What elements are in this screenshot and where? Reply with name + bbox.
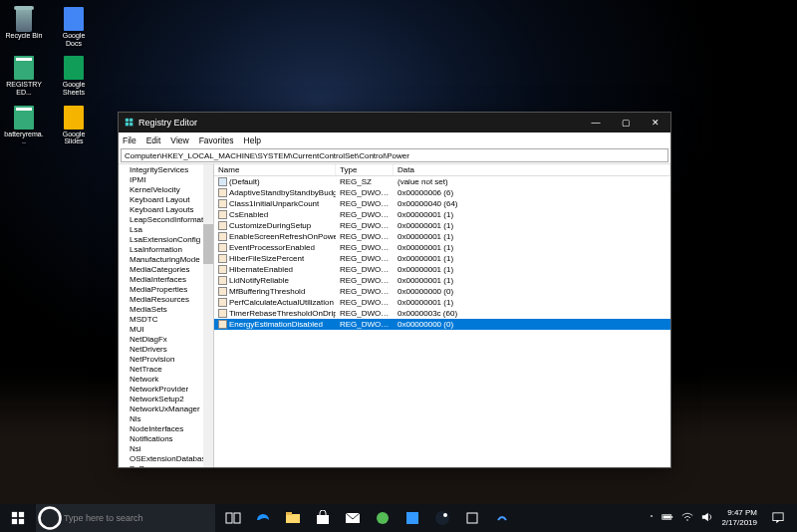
- tree-item[interactable]: NetworkProvider: [121, 385, 213, 395]
- steam-icon[interactable]: [428, 504, 456, 532]
- mail-icon[interactable]: [339, 504, 367, 532]
- value-name: EventProcessorEnabled: [229, 242, 315, 253]
- store-icon[interactable]: [309, 504, 337, 532]
- app-icon-3[interactable]: [458, 504, 486, 532]
- tree-item[interactable]: Nls: [121, 414, 213, 424]
- menu-favorites[interactable]: Favorites: [199, 135, 234, 145]
- clock[interactable]: 9:47 PM 2/17/2019: [721, 508, 757, 528]
- svg-rect-7: [19, 519, 24, 524]
- svg-rect-3: [130, 123, 133, 126]
- search-box[interactable]: Type here to search: [36, 504, 215, 532]
- menu-help[interactable]: Help: [244, 135, 261, 145]
- tree-panel[interactable]: IntegrityServicesIPMIKernelVelocityKeybo…: [119, 164, 214, 467]
- close-button[interactable]: ✕: [641, 113, 670, 133]
- list-row[interactable]: Class1InitialUnparkCountREG_DWORD0x00000…: [214, 198, 670, 209]
- volume-icon[interactable]: [701, 511, 713, 525]
- tree-item[interactable]: NetDrivers: [121, 345, 213, 355]
- menu-view[interactable]: View: [170, 135, 188, 145]
- app-icon-4[interactable]: [488, 504, 516, 532]
- regedit-icon: [125, 118, 134, 128]
- tree-item[interactable]: Nsi: [121, 444, 213, 454]
- list-row[interactable]: AdaptiveStandbyStandbyBudgetAvgInter...R…: [214, 187, 670, 198]
- address-bar[interactable]: Computer\HKEY_LOCAL_MACHINE\SYSTEM\Curre…: [121, 148, 668, 162]
- menu-file[interactable]: File: [123, 135, 136, 145]
- tree-item[interactable]: IPMI: [121, 175, 213, 185]
- tree-item[interactable]: NetProvision: [121, 355, 213, 365]
- list-row[interactable]: CsEnabledREG_DWORD0x00000001 (1): [214, 209, 670, 220]
- tree-item[interactable]: MediaInterfaces: [121, 275, 213, 285]
- app-icon-1[interactable]: [369, 504, 397, 532]
- start-button[interactable]: [0, 504, 36, 532]
- tree-scrollbar-thumb[interactable]: [203, 224, 213, 264]
- desktop-icon[interactable]: batteryrema...: [4, 105, 44, 145]
- tree-item[interactable]: MediaSets: [121, 305, 213, 315]
- titlebar[interactable]: Registry Editor — ▢ ✕: [119, 113, 670, 133]
- list-row[interactable]: TimerRebaseThresholdOnDripsExitREG_DWORD…: [214, 308, 670, 319]
- desktop-icon[interactable]: Google Docs: [54, 6, 94, 47]
- list-header[interactable]: Name Type Data: [214, 164, 670, 176]
- file-explorer-icon[interactable]: [279, 504, 307, 532]
- tree-item[interactable]: MSDTC: [121, 315, 213, 325]
- list-row[interactable]: HiberFileSizePercentREG_DWORD0x00000001 …: [214, 253, 670, 264]
- list-row[interactable]: CustomizeDuringSetupREG_DWORD0x00000001 …: [214, 220, 670, 231]
- txt-icon: [14, 56, 34, 80]
- desktop-icon[interactable]: REGISTRYED...: [4, 55, 44, 96]
- tree-item[interactable]: MUI: [121, 325, 213, 335]
- tray-overflow-icon[interactable]: ˄: [650, 514, 654, 523]
- tree-item[interactable]: LsaInformation: [121, 245, 213, 255]
- app-icon-2[interactable]: [398, 504, 426, 532]
- value-type: REG_DWORD: [336, 231, 394, 242]
- list-row[interactable]: EnableScreenRefreshOnPowerButtonLon...RE…: [214, 231, 670, 242]
- tree-scrollbar-track[interactable]: [203, 164, 213, 467]
- value-data: 0x00000001 (1): [394, 275, 670, 286]
- registry-editor-window: Registry Editor — ▢ ✕ FileEditViewFavori…: [118, 112, 671, 468]
- value-data: 0x00000001 (1): [394, 231, 670, 242]
- tree-item[interactable]: IntegrityServices: [121, 165, 213, 175]
- list-row[interactable]: PerfCalculateActualUtilizationREG_DWORD0…: [214, 297, 670, 308]
- dword-value-icon: [218, 320, 227, 329]
- tree-item[interactable]: PnP: [121, 464, 213, 467]
- list-row[interactable]: MfBufferingThresholdREG_DWORD0x00000000 …: [214, 286, 670, 297]
- list-row[interactable]: EventProcessorEnabledREG_DWORD0x00000001…: [214, 242, 670, 253]
- list-row[interactable]: EnergyEstimationDisabledREG_DWORD0x00000…: [214, 319, 670, 330]
- bin-icon: [12, 6, 36, 32]
- desktop-icon[interactable]: Google Slides: [54, 105, 94, 145]
- tree-item[interactable]: Network: [121, 375, 213, 385]
- menu-edit[interactable]: Edit: [146, 135, 161, 145]
- tree-item[interactable]: NodeInterfaces: [121, 424, 213, 434]
- tree-item[interactable]: LsaExtensionConfig: [121, 235, 213, 245]
- tree-item[interactable]: ManufacturingMode: [121, 255, 213, 265]
- list-row[interactable]: (Default)REG_SZ(value not set): [214, 176, 670, 187]
- tree-item[interactable]: KernelVelocity: [121, 185, 213, 195]
- tree-item[interactable]: Lsa: [121, 225, 213, 235]
- tree-item[interactable]: MediaProperties: [121, 285, 213, 295]
- value-name: CustomizeDuringSetup: [229, 220, 311, 231]
- tree-item[interactable]: NetworkSetup2: [121, 395, 213, 404]
- column-data[interactable]: Data: [394, 164, 670, 175]
- list-row[interactable]: HibernateEnabledREG_DWORD0x00000001 (1): [214, 264, 670, 275]
- task-view-icon[interactable]: [219, 504, 247, 532]
- desktop-icon[interactable]: Google Sheets: [54, 55, 94, 96]
- tree-item[interactable]: MediaCategories: [121, 265, 213, 275]
- tree-item[interactable]: NetTrace: [121, 365, 213, 375]
- value-list[interactable]: Name Type Data (Default)REG_SZ(value not…: [214, 164, 670, 467]
- tree-item[interactable]: NetDiagFx: [121, 335, 213, 345]
- tree-item[interactable]: NetworkUxManager: [121, 404, 213, 414]
- list-row[interactable]: LidNotifyReliableREG_DWORD0x00000001 (1): [214, 275, 670, 286]
- column-type[interactable]: Type: [336, 164, 394, 175]
- tree-item[interactable]: Notifications: [121, 434, 213, 444]
- maximize-button[interactable]: ▢: [611, 113, 641, 133]
- desktop-icon[interactable]: Recycle Bin: [4, 6, 44, 47]
- value-data: 0x00000001 (1): [394, 220, 670, 231]
- tree-item[interactable]: LeapSecondInformation: [121, 215, 213, 225]
- tree-item[interactable]: OSExtensionDatabase: [121, 454, 213, 464]
- edge-icon[interactable]: [249, 504, 277, 532]
- wifi-icon[interactable]: [681, 511, 693, 525]
- column-name[interactable]: Name: [214, 164, 336, 175]
- tree-item[interactable]: Keyboard Layouts: [121, 205, 213, 215]
- tree-item[interactable]: MediaResources: [121, 295, 213, 305]
- tree-item[interactable]: Keyboard Layout: [121, 195, 213, 205]
- minimize-button[interactable]: —: [581, 113, 611, 133]
- battery-icon[interactable]: [662, 511, 673, 525]
- action-center-icon[interactable]: [765, 504, 791, 532]
